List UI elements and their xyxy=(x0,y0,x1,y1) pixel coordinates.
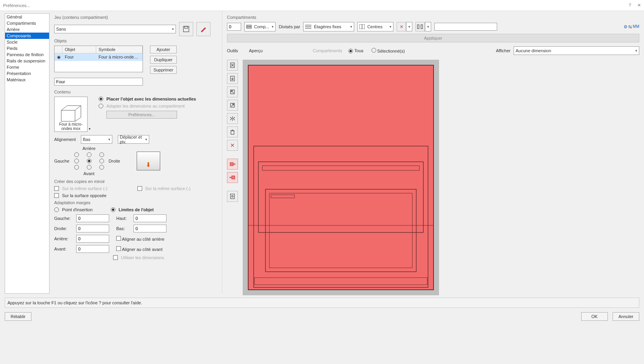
cancel-button[interactable]: Annuler xyxy=(613,312,639,321)
tool-paste-nw[interactable] xyxy=(227,86,238,97)
set-label: Jeu (contenu compartiment) xyxy=(54,15,217,20)
reset-button[interactable]: Rétablir xyxy=(5,312,31,321)
compartment-icon xyxy=(246,24,252,29)
visibility-icon[interactable]: ◉ xyxy=(55,53,62,61)
margin-front-input[interactable] xyxy=(76,245,109,253)
centers-dropdown[interactable]: Centres xyxy=(357,22,393,31)
table-row[interactable]: ◉ Four Four à micro-ondes i... xyxy=(55,53,143,61)
thumb-dropdown-icon[interactable]: ▾ xyxy=(89,127,92,131)
chk-opposite-surface[interactable] xyxy=(54,193,59,198)
radio-all[interactable] xyxy=(348,49,353,53)
svg-rect-0 xyxy=(183,26,189,32)
tool-paste-down[interactable] xyxy=(227,73,238,84)
save-button[interactable] xyxy=(179,22,193,36)
tool-move-left[interactable] xyxy=(227,172,238,183)
tool-close[interactable]: ✕ xyxy=(227,140,238,151)
svg-rect-23 xyxy=(231,194,234,199)
set-dropdown[interactable]: Sans xyxy=(54,25,176,33)
gear-icon[interactable]: ⚙ xyxy=(624,24,628,29)
duplicate-button[interactable]: Dupliquer xyxy=(150,56,177,64)
align-dropdown[interactable]: Bas xyxy=(81,135,112,144)
radio-adapt[interactable] xyxy=(99,104,103,108)
position-grid: Arrière Avant xyxy=(74,146,104,176)
delete-button[interactable]: Supprimer xyxy=(150,66,177,74)
tool-mirror[interactable] xyxy=(227,113,238,124)
svg-rect-2 xyxy=(247,25,251,26)
comp-value-input[interactable] xyxy=(434,23,497,31)
svg-rect-26 xyxy=(248,65,434,290)
radio-object-limits[interactable] xyxy=(111,207,115,212)
pos-radio[interactable] xyxy=(87,152,91,157)
preview-label: Aperçu xyxy=(249,48,263,53)
add-button[interactable]: Ajouter xyxy=(150,46,177,53)
delete-comp-button[interactable]: ✕ xyxy=(397,22,406,31)
margin-right-input[interactable] xyxy=(76,225,109,232)
sidebar-item-presentation[interactable]: Présentation xyxy=(5,70,49,77)
content-thumbnail[interactable]: Four à micro-ondes inox ▾ xyxy=(54,97,88,132)
sidebar-item-general[interactable]: Général xyxy=(5,14,49,20)
pos-radio[interactable] xyxy=(99,159,104,163)
pos-radio[interactable] xyxy=(87,165,91,170)
distribute-button[interactable] xyxy=(415,22,425,31)
compartments-label: Compartiments xyxy=(227,15,639,20)
help-icon[interactable]: ? xyxy=(629,3,631,8)
link-icon[interactable]: ⇆ xyxy=(628,24,632,29)
tools-label: Outils xyxy=(227,48,246,53)
pos-radio[interactable] xyxy=(74,152,79,157)
radio-place-actual[interactable] xyxy=(99,97,103,101)
sidebar-item-compartments[interactable]: Compartiments xyxy=(5,20,49,26)
pos-radio[interactable] xyxy=(74,165,79,170)
thumb-caption: Four à micro-ondes inox xyxy=(55,122,86,131)
sidebar-item-shape[interactable]: Forme xyxy=(5,64,49,70)
move-dropdown[interactable]: Déplacer et piv. xyxy=(118,135,149,144)
pos-radio[interactable] xyxy=(87,159,91,163)
object-name-input[interactable] xyxy=(54,78,143,86)
margin-bottom-input[interactable] xyxy=(134,225,166,232)
svg-rect-22 xyxy=(232,176,235,179)
chk-align-front[interactable] xyxy=(116,246,121,251)
sidebar-item-base[interactable]: Socle xyxy=(5,39,49,45)
sidebar-item-finish-panel[interactable]: Panneau de finition xyxy=(5,51,49,58)
radio-selected[interactable] xyxy=(371,48,376,53)
window-title: Préférences... xyxy=(3,3,30,8)
pos-radio[interactable] xyxy=(74,159,79,163)
pos-radio[interactable] xyxy=(99,165,104,170)
prefs-button: Préférences... xyxy=(106,111,177,119)
centers-icon xyxy=(359,24,365,29)
arrow-down-icon: ⬇ xyxy=(146,161,151,168)
edit-button[interactable] xyxy=(196,22,210,36)
tool-doc[interactable] xyxy=(227,191,238,202)
col-symbol: Symbole xyxy=(96,46,143,53)
sidebar-item-back[interactable]: Arrière xyxy=(5,26,49,33)
margin-top-input[interactable] xyxy=(134,214,166,222)
align-label: Alignement xyxy=(54,137,78,142)
svg-rect-18 xyxy=(231,131,234,134)
measure-icon[interactable]: MM xyxy=(633,24,639,29)
sidebar-item-materials[interactable]: Matériaux xyxy=(5,77,49,83)
comp-count-input[interactable] xyxy=(227,23,241,31)
ok-button[interactable]: OK xyxy=(581,312,608,321)
distribute-dropdown[interactable]: ▾ xyxy=(425,22,431,31)
radio-insert-point[interactable] xyxy=(54,207,59,212)
margins-label: Adaptation marges xyxy=(54,200,217,205)
apply-button[interactable]: Appliquer xyxy=(227,34,639,42)
margin-back-input[interactable] xyxy=(76,235,109,243)
objects-table[interactable]: Objet Symbole ◉ Four Four à micro-ondes … xyxy=(54,46,143,72)
margin-left-input[interactable] xyxy=(76,214,109,222)
show-dropdown[interactable]: Aucune dimension xyxy=(514,46,639,55)
pos-radio[interactable] xyxy=(99,152,104,157)
sidebar-item-feet[interactable]: Pieds xyxy=(5,45,49,51)
sidebar-item-components[interactable]: Composants xyxy=(5,33,49,39)
shelves-dropdown[interactable]: Étagères fixes xyxy=(303,22,354,31)
delete-comp-dropdown[interactable]: ▾ xyxy=(406,22,412,31)
position-preview: ⬇ xyxy=(137,152,160,170)
chk-align-back[interactable] xyxy=(116,236,121,241)
preview-canvas[interactable] xyxy=(243,60,639,296)
tool-paste-ne[interactable] xyxy=(227,100,238,111)
tool-move-right[interactable] xyxy=(227,159,238,170)
comp-type-dropdown[interactable]: Comp... xyxy=(244,22,276,31)
tool-paste-delete[interactable] xyxy=(227,60,238,71)
sidebar-item-rails[interactable]: Rails de suspension xyxy=(5,58,49,64)
close-icon[interactable]: ✕ xyxy=(637,3,641,8)
tool-trash[interactable] xyxy=(227,126,238,137)
